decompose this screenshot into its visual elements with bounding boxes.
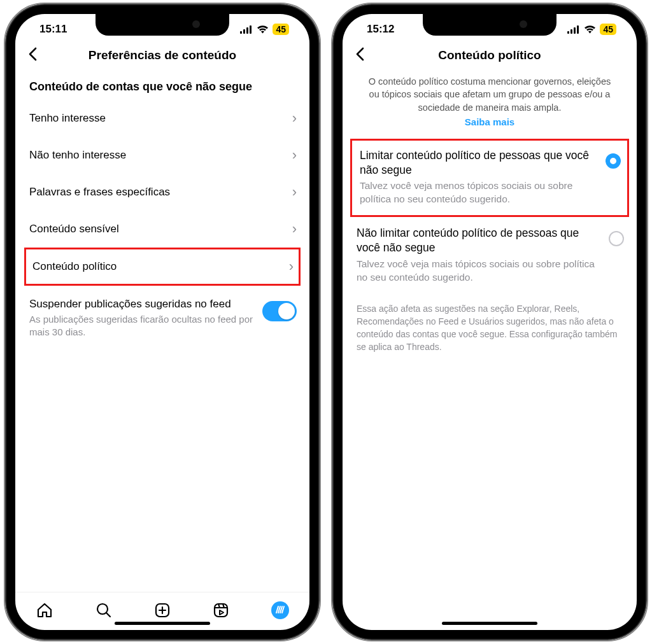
svg-rect-16 <box>577 25 579 34</box>
footnote-text: Essa ação afeta as sugestões na seção Ex… <box>343 295 637 361</box>
option-nao-limitar[interactable]: Não limitar conteúdo político de pessoas… <box>343 217 637 294</box>
radio-unchecked-icon[interactable] <box>609 231 624 246</box>
nav-header: Conteúdo político <box>343 45 637 71</box>
svg-rect-1 <box>243 29 245 34</box>
toggle-subtitle: As publicações sugeridas ficarão ocultas… <box>29 313 256 339</box>
learn-more-link[interactable]: Saiba mais <box>343 114 637 139</box>
option-limitar[interactable]: Limitar conteúdo político de pessoas que… <box>350 139 629 217</box>
toggle-title: Suspender publicações sugeridas no feed <box>29 297 256 312</box>
option-text: Não limitar conteúdo político de pessoas… <box>357 226 601 284</box>
notch <box>96 14 229 36</box>
row-palavras-especificas[interactable]: Palavras e frases específicas › <box>15 174 309 211</box>
phone-left: 15:11 45 Preferências de conteúdo Conteú… <box>6 5 318 639</box>
row-label: Palavras e frases específicas <box>29 186 292 199</box>
notch <box>423 14 556 36</box>
row-label: Conteúdo sensível <box>29 223 292 235</box>
svg-rect-0 <box>240 31 242 34</box>
row-tenho-interesse[interactable]: Tenho interesse › <box>15 100 309 137</box>
screen-left: 15:11 45 Preferências de conteúdo Conteú… <box>15 14 309 630</box>
row-conteudo-sensivel[interactable]: Conteúdo sensível › <box>15 211 309 248</box>
status-time: 15:11 <box>39 23 67 36</box>
chevron-right-icon: › <box>289 258 294 275</box>
toggle-text: Suspender publicações sugeridas no feed … <box>29 297 256 339</box>
row-label: Tenho interesse <box>29 112 292 125</box>
cellular-signal-icon <box>240 25 253 34</box>
status-right: 45 <box>567 24 616 35</box>
create-icon[interactable] <box>153 601 171 619</box>
home-indicator[interactable] <box>115 622 210 625</box>
threads-active-badge <box>271 601 289 619</box>
svg-rect-3 <box>250 25 252 34</box>
reels-icon[interactable] <box>212 601 230 619</box>
battery-level: 45 <box>273 24 289 35</box>
nav-header: Preferências de conteúdo <box>15 45 309 71</box>
row-suspender-sugeridas[interactable]: Suspender publicações sugeridas no feed … <box>15 286 309 349</box>
row-label: Não tenho interesse <box>29 149 292 162</box>
search-icon[interactable] <box>95 601 113 619</box>
home-indicator[interactable] <box>442 622 537 625</box>
back-button[interactable] <box>24 44 41 67</box>
toggle-switch-on[interactable] <box>262 301 297 321</box>
svg-rect-9 <box>215 604 227 617</box>
intro-text: O conteúdo político costuma mencionar go… <box>343 71 637 114</box>
back-button[interactable] <box>351 44 368 67</box>
wifi-icon <box>257 25 269 34</box>
status-right: 45 <box>240 24 289 35</box>
page-title: Conteúdo político <box>353 48 627 62</box>
cellular-signal-icon <box>567 25 580 34</box>
radio-checked-icon[interactable] <box>606 153 621 169</box>
status-time: 15:12 <box>367 23 394 36</box>
chevron-right-icon: › <box>292 147 297 164</box>
screen-right: 15:12 45 Conteúdo político O conteúdo po… <box>343 14 637 630</box>
chevron-right-icon: › <box>292 110 297 127</box>
chevron-right-icon: › <box>292 221 297 237</box>
content-right[interactable]: O conteúdo político costuma mencionar go… <box>343 71 637 630</box>
home-icon[interactable] <box>36 601 53 619</box>
row-label: Conteúdo político <box>32 260 289 273</box>
chevron-right-icon: › <box>292 184 297 200</box>
option-text: Limitar conteúdo político de pessoas que… <box>360 148 598 206</box>
wifi-icon <box>584 25 596 34</box>
svg-rect-14 <box>570 29 572 34</box>
content-left[interactable]: Conteúdo de contas que você não segue Te… <box>15 71 309 592</box>
svg-rect-2 <box>246 27 248 34</box>
battery-level: 45 <box>600 24 616 35</box>
section-title: Conteúdo de contas que você não segue <box>15 71 309 100</box>
svg-rect-15 <box>574 27 576 34</box>
option-title: Limitar conteúdo político de pessoas que… <box>360 148 598 178</box>
svg-line-5 <box>106 613 110 617</box>
phone-right: 15:12 45 Conteúdo político O conteúdo po… <box>334 5 646 639</box>
option-title: Não limitar conteúdo político de pessoas… <box>357 226 601 255</box>
row-nao-tenho-interesse[interactable]: Não tenho interesse › <box>15 137 309 174</box>
option-subtitle: Talvez você veja menos tópicos sociais o… <box>360 179 598 206</box>
row-conteudo-politico[interactable]: Conteúdo político › <box>24 248 301 286</box>
option-subtitle: Talvez você veja mais tópicos sociais ou… <box>357 258 601 284</box>
threads-icon[interactable] <box>271 601 289 619</box>
page-title: Preferências de conteúdo <box>25 48 299 62</box>
svg-rect-13 <box>567 31 569 34</box>
